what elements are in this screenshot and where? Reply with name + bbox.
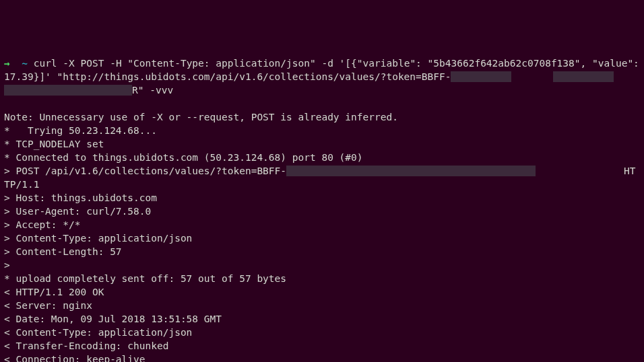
flags-text: " -vvv — [138, 85, 173, 96]
output-line: Note: Unnecessary use of -X or --request… — [4, 112, 398, 122]
command-text: curl -X POST -H "Content-Type: applicati… — [4, 58, 639, 82]
output-line: < Content-Type: application/json — [4, 327, 192, 338]
arrow-icon: → — [4, 58, 10, 69]
output-line: < HTTP/1.1 200 OK — [4, 287, 104, 297]
output-line: * Connected to things.ubidots.com (50.23… — [4, 152, 363, 163]
output-line: < Connection: keep-alive — [4, 354, 146, 362]
tilde-icon: ~ — [22, 58, 28, 69]
output-line: > Content-Type: application/json — [4, 233, 192, 244]
output-line: > Content-Length: 57 — [4, 246, 122, 257]
redacted-token-3 — [4, 85, 132, 96]
output-line: < Server: nginx — [4, 300, 92, 311]
output-line: * TCP_NODELAY set — [4, 139, 104, 149]
output-line: < Transfer-Encoding: chunked — [4, 340, 168, 351]
trail-char: R — [132, 85, 138, 96]
output-line: * upload completely sent off: 57 out of … — [4, 273, 286, 284]
prompt-line-1: → ~ curl -X POST -H "Content-Type: appli… — [4, 58, 644, 96]
output-line: * Trying 50.23.124.68... — [4, 125, 157, 136]
redacted-token-2 — [553, 71, 614, 82]
output-line: > POST /api/v1.6/collections/values/?tok… — [4, 166, 286, 176]
output-line: < Date: Mon, 09 Jul 2018 13:51:58 GMT — [4, 314, 222, 324]
output-line: > — [4, 260, 10, 270]
output-line: > User-Agent: curl/7.58.0 — [4, 206, 151, 217]
terminal-area[interactable]: → ~ curl -X POST -H "Content-Type: appli… — [4, 57, 640, 362]
output-line: > Accept: */* — [4, 219, 81, 230]
output-line: > Host: things.ubidots.com — [4, 192, 157, 203]
redacted-token-4 — [286, 166, 536, 176]
redacted-token-1 — [451, 71, 511, 82]
